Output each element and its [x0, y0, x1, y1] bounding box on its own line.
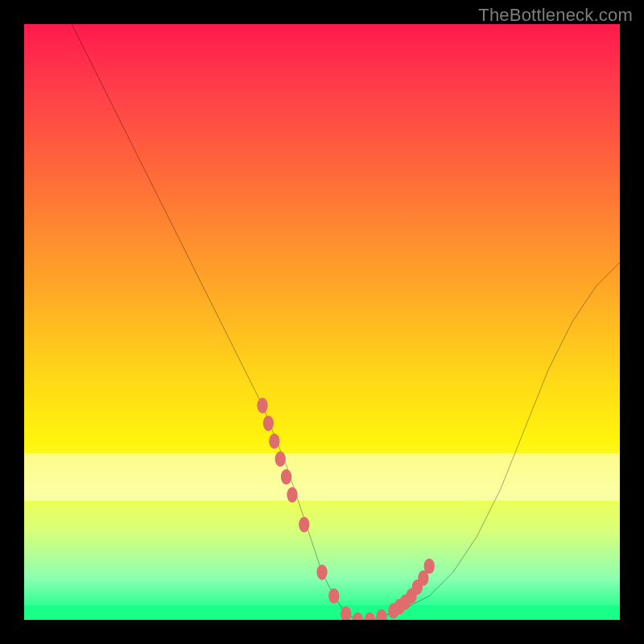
watermark-text: TheBottleneck.com — [478, 5, 633, 26]
highlight-dot — [257, 398, 267, 413]
highlight-dot — [316, 564, 327, 580]
highlight-dot — [287, 487, 297, 502]
chart-frame: TheBottleneck.com — [0, 0, 644, 644]
highlight-dot — [263, 415, 274, 431]
highlight-dots — [257, 398, 435, 620]
highlight-dot — [269, 433, 279, 448]
highlight-dot — [376, 609, 386, 620]
highlight-dot — [275, 452, 286, 467]
highlight-dot — [328, 588, 339, 604]
bottleneck-curve — [72, 24, 620, 620]
highlight-dot — [281, 469, 291, 485]
highlight-dot — [299, 517, 309, 532]
plot-area — [24, 24, 620, 620]
curve-layer — [24, 24, 620, 620]
highlight-dot — [424, 559, 435, 574]
highlight-dot — [365, 612, 375, 620]
highlight-dot — [353, 612, 363, 620]
